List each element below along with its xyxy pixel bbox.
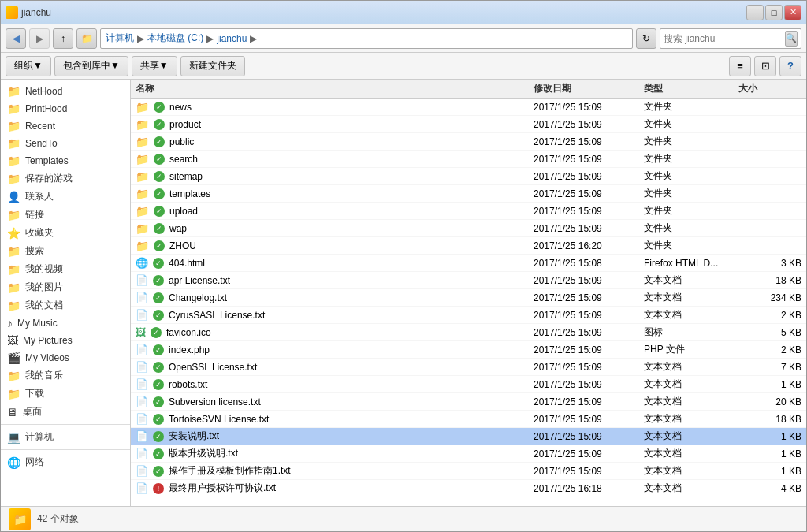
sidebar-label: 桌面 (23, 405, 42, 419)
table-row[interactable]: 📁 ✓ wap 2017/1/25 15:09 文件夹 (131, 220, 806, 237)
file-name: 404.html (169, 258, 205, 269)
table-row[interactable]: 📄 ✓ Subversion license.txt 2017/1/25 15:… (131, 393, 806, 411)
table-row[interactable]: 📁 ✓ templates 2017/1/25 15:09 文件夹 (131, 185, 806, 203)
folder-icon: 📁 (7, 120, 20, 132)
sidebar-item-search[interactable]: 📁 搜索 (1, 242, 130, 260)
path-computer[interactable]: 计算机 (106, 32, 134, 45)
back-button[interactable]: ◀ (6, 28, 26, 49)
search-input[interactable] (664, 33, 782, 44)
file-type: 文件夹 (644, 135, 738, 148)
minimize-button[interactable]: ─ (746, 5, 764, 20)
sidebar-label: 我的文档 (25, 299, 63, 312)
file-date: 2017/1/25 15:09 (534, 431, 644, 442)
organize-button[interactable]: 组织▼ (6, 56, 51, 76)
sidebar-item-my-documents[interactable]: 📁 我的文档 (1, 296, 130, 314)
table-row[interactable]: 📄 ✓ Changelog.txt 2017/1/25 15:09 文本文档 2… (131, 289, 806, 307)
sidebar-item-my-music[interactable]: ♪ My Music (1, 314, 130, 332)
path-bar[interactable]: 计算机 ▶ 本地磁盘 (C:) ▶ jianchu ▶ (100, 28, 633, 49)
table-row[interactable]: 📄 ✓ robots.txt 2017/1/25 15:09 文本文档 1 KB (131, 376, 806, 393)
sidebar-item-saved-games[interactable]: 📁 保存的游戏 (1, 169, 130, 188)
file-type: 文件夹 (644, 239, 738, 252)
sidebar-item-links[interactable]: 📁 链接 (1, 206, 130, 224)
file-type: 文本文档 (644, 378, 738, 391)
sidebar-item-favorites[interactable]: ⭐ 收藏夹 (1, 224, 130, 242)
error-icon: ! (153, 483, 164, 494)
file-name: public (169, 136, 194, 147)
sidebar-item-my-videos-2[interactable]: 🎬 My Videos (1, 349, 130, 366)
forward-button[interactable]: ▶ (29, 28, 50, 49)
sidebar-label: Templates (25, 155, 69, 166)
table-row[interactable]: 📄 ✓ OpenSSL License.txt 2017/1/25 15:09 … (131, 359, 806, 376)
path-drive[interactable]: 本地磁盘 (C:) (147, 32, 203, 45)
table-row[interactable]: 📄 ✓ CyrusSASL License.txt 2017/1/25 15:0… (131, 307, 806, 324)
sidebar-item-my-pictures-2[interactable]: 🖼 My Pictures (1, 332, 130, 349)
sidebar-item-contacts[interactable]: 👤 联系人 (1, 188, 130, 206)
check-icon: ✓ (153, 466, 164, 477)
sidebar-item-sendto[interactable]: 📁 SendTo (1, 135, 130, 152)
file-name-cell: 📄 ! 最终用户授权许可协议.txt (136, 482, 534, 495)
txt-file-icon: 📄 (136, 448, 148, 459)
music-icon: ♪ (7, 317, 13, 329)
table-row[interactable]: 📄 ✓ index.php 2017/1/25 15:09 PHP 文件 2 K… (131, 341, 806, 359)
folder-file-icon: 📁 (136, 205, 149, 218)
file-name-cell: 📄 ✓ index.php (136, 344, 534, 355)
sidebar-item-downloads[interactable]: 📁 下载 (1, 385, 130, 403)
share-button[interactable]: 共享▼ (132, 56, 177, 76)
table-row[interactable]: 📄 ✓ apr License.txt 2017/1/25 15:09 文本文档… (131, 272, 806, 289)
sidebar-item-printhood[interactable]: 📁 PrintHood (1, 100, 130, 117)
col-name[interactable]: 名称 (136, 82, 534, 95)
check-icon: ✓ (154, 188, 165, 199)
file-name: search (169, 154, 198, 165)
sidebar-item-desktop[interactable]: 🖥 桌面 (1, 403, 130, 421)
maximize-button[interactable]: □ (765, 5, 783, 20)
table-row[interactable]: 📄 ✓ 操作手册及模板制作指南1.txt 2017/1/25 15:09 文本文… (131, 463, 806, 480)
sidebar-item-my-music-cn[interactable]: 📁 我的音乐 (1, 366, 130, 385)
table-row[interactable]: 📄 ✓ TortoiseSVN License.txt 2017/1/25 15… (131, 411, 806, 428)
table-row[interactable]: 📁 ✓ product 2017/1/25 15:09 文件夹 (131, 116, 806, 133)
file-name-cell: 📄 ✓ OpenSSL License.txt (136, 361, 534, 373)
sidebar-item-network[interactable]: 🌐 网络 (1, 453, 130, 471)
sidebar-item-nethood[interactable]: 📁 NetHood (1, 83, 130, 100)
folder-icon: 📁 (7, 102, 20, 115)
table-row[interactable]: 📁 ✓ upload 2017/1/25 15:09 文件夹 (131, 203, 806, 220)
file-type: 文本文档 (644, 360, 738, 374)
col-date[interactable]: 修改日期 (534, 82, 644, 95)
folder-icon-btn[interactable]: 📁 (76, 28, 97, 49)
preview-pane-button[interactable]: ⊡ (754, 56, 776, 76)
txt-file-icon: 📄 (136, 292, 148, 303)
new-folder-button[interactable]: 新建文件夹 (180, 56, 245, 76)
help-button[interactable]: ? (779, 56, 801, 76)
col-type[interactable]: 类型 (644, 82, 738, 95)
check-icon: ✓ (154, 136, 165, 147)
view-mode-button[interactable]: ≡ (729, 56, 751, 76)
folder-file-icon: 📁 (136, 118, 149, 131)
table-row[interactable]: 🖼 ✓ favicon.ico 2017/1/25 15:09 图标 5 KB (131, 324, 806, 341)
table-row[interactable]: 📁 ✓ sitemap 2017/1/25 15:09 文件夹 (131, 168, 806, 185)
table-row[interactable]: 📁 ✓ public 2017/1/25 15:09 文件夹 (131, 133, 806, 151)
close-button[interactable]: ✕ (784, 5, 801, 20)
file-name-cell: 📁 ✓ sitemap (136, 170, 534, 183)
table-row[interactable]: 📄 ✓ 版本升级说明.txt 2017/1/25 15:09 文本文档 1 KB (131, 445, 806, 463)
path-folder[interactable]: jianchu (217, 33, 247, 44)
refresh-button[interactable]: ↻ (636, 28, 656, 49)
sidebar-item-my-videos[interactable]: 📁 我的视频 (1, 260, 130, 278)
table-row[interactable]: 📁 ✓ search 2017/1/25 15:09 文件夹 (131, 151, 806, 168)
file-name-cell: 📄 ✓ TortoiseSVN License.txt (136, 413, 534, 425)
file-date: 2017/1/25 15:08 (534, 258, 644, 269)
table-row[interactable]: 📄 ! 最终用户授权许可协议.txt 2017/1/25 16:18 文本文档 … (131, 480, 806, 497)
up-button[interactable]: ↑ (53, 28, 73, 49)
table-row[interactable]: 📄 ✓ 安装说明.txt 2017/1/25 15:09 文本文档 1 KB (131, 428, 806, 445)
sidebar-label: 下载 (25, 387, 44, 400)
sidebar-item-my-pictures[interactable]: 📁 我的图片 (1, 278, 130, 296)
table-row[interactable]: 🌐 ✓ 404.html 2017/1/25 15:08 Firefox HTM… (131, 255, 806, 272)
col-size[interactable]: 大小 (738, 82, 801, 95)
table-row[interactable]: 📁 ✓ ZHOU 2017/1/25 16:20 文件夹 (131, 237, 806, 255)
sidebar-item-recent[interactable]: 📁 Recent (1, 117, 130, 135)
table-row[interactable]: 📁 ✓ news 2017/1/25 15:09 文件夹 (131, 99, 806, 116)
search-button[interactable]: 🔍 (785, 31, 798, 47)
sidebar-item-templates[interactable]: 📁 Templates (1, 152, 130, 169)
sidebar-item-computer[interactable]: 💻 计算机 (1, 428, 130, 446)
check-icon: ✓ (154, 223, 165, 234)
add-to-library-button[interactable]: 包含到库中▼ (54, 56, 128, 76)
file-size: 7 KB (738, 362, 801, 373)
